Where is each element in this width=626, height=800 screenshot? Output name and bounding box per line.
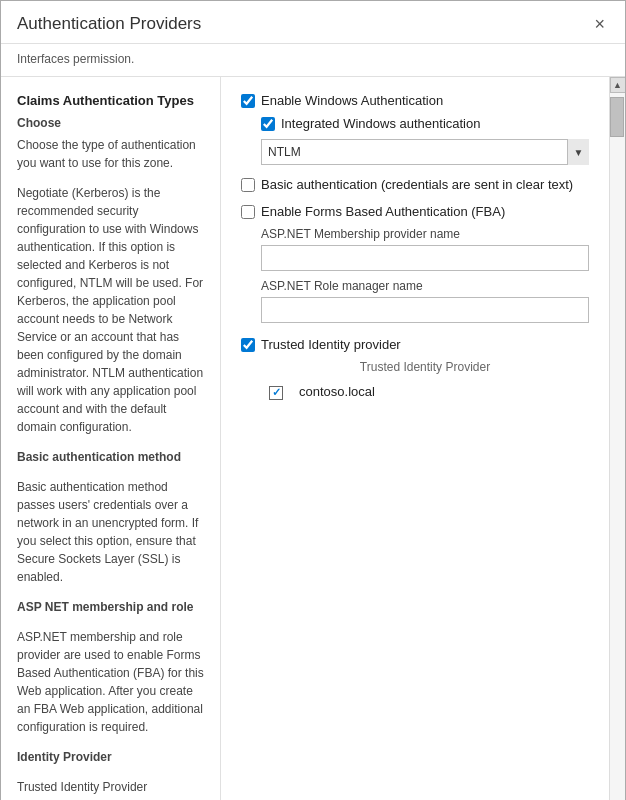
ntlm-select[interactable]: NTLM Negotiate (Kerberos) [261, 139, 589, 165]
trusted-table-container: Trusted Identity Provider contoso.local [261, 360, 589, 404]
basic-auth-row: Basic authentication (credentials are se… [241, 177, 589, 192]
membership-label: ASP.NET Membership provider name [261, 227, 589, 241]
scrollbar: ▲ ▼ [609, 77, 625, 800]
trusted-identity-row: Trusted Identity provider [241, 337, 589, 352]
windows-auth-label[interactable]: Enable Windows Authentication [241, 93, 443, 108]
scroll-thumb[interactable] [610, 97, 624, 137]
integrated-auth-label[interactable]: Integrated Windows authentication [261, 116, 480, 131]
trusted-identity-checkbox[interactable] [241, 338, 255, 352]
right-panel: Enable Windows Authentication Integrated… [221, 77, 609, 800]
ntlm-select-wrapper: NTLM Negotiate (Kerberos) ▼ [261, 139, 589, 165]
left-panel: Claims Authentication Types Choose Choos… [1, 77, 221, 800]
fba-row: Enable Forms Based Authentication (FBA) [241, 204, 589, 219]
trusted-identity-table: contoso.local [261, 380, 589, 404]
role-container: ASP.NET Role manager name [261, 279, 589, 323]
membership-input[interactable] [261, 245, 589, 271]
windows-auth-checkbox[interactable] [241, 94, 255, 108]
trusted-identity-label[interactable]: Trusted Identity provider [241, 337, 401, 352]
choose-desc: Choose the type of authentication you wa… [17, 136, 204, 172]
claims-auth-heading: Claims Authentication Types [17, 93, 204, 108]
close-button[interactable]: × [590, 13, 609, 35]
dialog-title-bar: Authentication Providers × [1, 1, 625, 44]
trusted-table-header: Trusted Identity Provider [261, 360, 589, 374]
windows-auth-row: Enable Windows Authentication [241, 93, 589, 108]
scroll-up-button[interactable]: ▲ [610, 77, 626, 93]
ntlm-select-container: NTLM Negotiate (Kerberos) ▼ [261, 139, 589, 165]
table-row: contoso.local [261, 380, 589, 404]
identity-label: Identity Provider [17, 748, 204, 766]
aspnet-label: ASP NET membership and role [17, 598, 204, 616]
basic-desc: Basic authentication method passes users… [17, 478, 204, 586]
dialog-subtitle: Interfaces permission. [1, 44, 625, 77]
fba-checkbox[interactable] [241, 205, 255, 219]
membership-container: ASP.NET Membership provider name [261, 227, 589, 271]
integrated-auth-checkbox[interactable] [261, 117, 275, 131]
dialog-title: Authentication Providers [17, 14, 201, 34]
trusted-row-name: contoso.local [291, 380, 589, 404]
authentication-providers-dialog: Authentication Providers × Interfaces pe… [0, 0, 626, 800]
role-label: ASP.NET Role manager name [261, 279, 589, 293]
basic-auth-checkbox[interactable] [241, 178, 255, 192]
aspnet-desc: ASP.NET membership and role provider are… [17, 628, 204, 736]
choose-label: Choose [17, 116, 204, 130]
identity-desc: Trusted Identity Provider Authentication… [17, 778, 204, 800]
integrated-auth-row: Integrated Windows authentication [261, 116, 589, 131]
basic-auth-label[interactable]: Basic authentication (credentials are se… [241, 177, 573, 192]
scroll-track [610, 93, 625, 800]
fba-label[interactable]: Enable Forms Based Authentication (FBA) [241, 204, 505, 219]
basic-label: Basic authentication method [17, 448, 204, 466]
role-input[interactable] [261, 297, 589, 323]
content-area: Claims Authentication Types Choose Choos… [1, 77, 625, 800]
negotiate-desc: Negotiate (Kerberos) is the recommended … [17, 184, 204, 436]
trusted-row-checkbox-cell [261, 380, 291, 404]
trusted-row-checkbox[interactable] [269, 386, 283, 400]
